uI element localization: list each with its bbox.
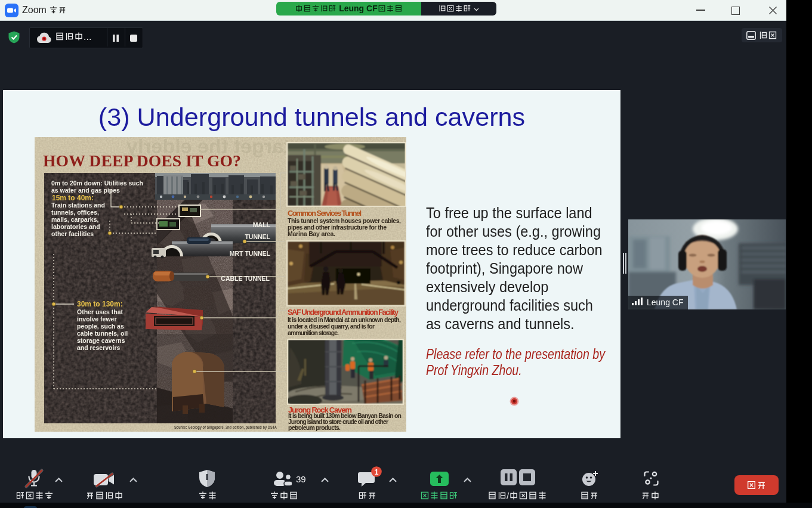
svg-text:storage caverns: storage caverns (77, 337, 125, 344)
svg-text:Leung CF: Leung CF (647, 298, 683, 307)
svg-text:petroleum products.: petroleum products. (288, 424, 341, 431)
svg-text:laboratories and: laboratories and (51, 223, 100, 230)
svg-text:Source: Geology of Singapore,: Source: Geology of Singapore, 2nd editio… (174, 425, 277, 430)
svg-text:HOW DEEP DOES IT GO?: HOW DEEP DOES IT GO? (43, 152, 241, 170)
svg-text:involve fewer: involve fewer (77, 315, 117, 323)
svg-text:MRT TUNNEL: MRT TUNNEL (230, 250, 271, 257)
svg-text:0m to 20m down: Utilities such: 0m to 20m down: Utilities such (51, 179, 143, 187)
svg-text:1: 1 (375, 468, 379, 476)
svg-text:Marina Bay area.: Marina Bay area. (288, 230, 335, 237)
svg-text:other facilities: other facilities (51, 230, 94, 237)
svg-text:Other uses that: Other uses that (77, 308, 124, 315)
svg-text:CABLE TUNNEL: CABLE TUNNEL (221, 275, 270, 282)
svg-text:as water and gas pipes: as water and gas pipes (51, 187, 120, 194)
svg-text:15m to 40m:: 15m to 40m: (52, 194, 94, 202)
svg-text:people, such as: people, such as (77, 323, 124, 330)
svg-text:SAF Underground Ammunition Fac: SAF Underground Ammunition Facility (288, 308, 399, 317)
svg-text:30m to 130m:: 30m to 130m: (77, 300, 123, 308)
svg-text:cable tunnels, oil: cable tunnels, oil (77, 330, 128, 337)
svg-text:Train stations and: Train stations and (51, 202, 105, 209)
svg-text:Common Services Tunnel: Common Services Tunnel (288, 209, 362, 218)
svg-text:MALL: MALL (253, 221, 271, 228)
svg-text:tunnels, offices,: tunnels, offices, (51, 209, 99, 216)
svg-text:and reservoirs: and reservoirs (77, 344, 121, 351)
svg-text:TUNNEL: TUNNEL (245, 233, 270, 240)
svg-text:malls, carparks,: malls, carparks, (51, 216, 98, 223)
svg-text:ammunition storage.: ammunition storage. (288, 329, 339, 336)
